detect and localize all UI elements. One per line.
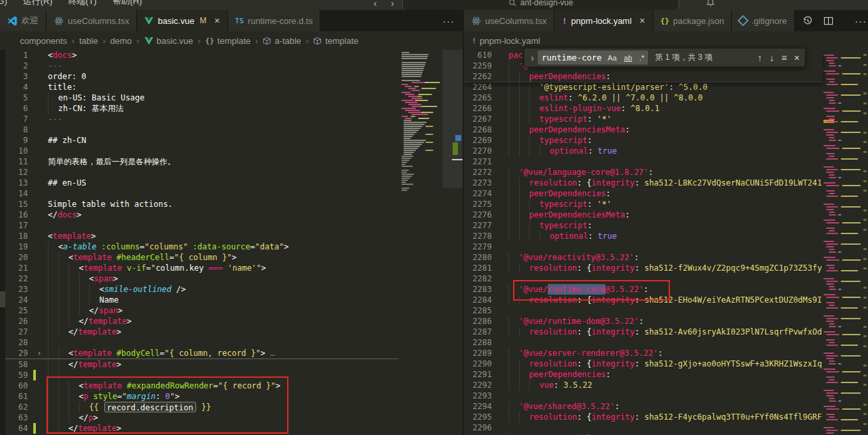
code-line[interactable]: 25</span> bbox=[0, 305, 399, 316]
editor-basic-vue[interactable]: 1<docs>2---3order: 04title:5en-US: Basic… bbox=[0, 50, 463, 435]
close-tab-icon[interactable]: × bbox=[639, 15, 645, 26]
code-line[interactable]: 26</template> bbox=[0, 316, 399, 327]
minimap[interactable] bbox=[822, 50, 863, 435]
code-line[interactable]: 2274peerDependencies: bbox=[464, 188, 823, 199]
code-line[interactable]: 7--- bbox=[0, 114, 399, 124]
overview-ruler[interactable] bbox=[863, 50, 868, 435]
nav-back-icon[interactable]: ‹ bbox=[374, 0, 377, 9]
code-line[interactable]: 23<smile-outlined /> bbox=[0, 284, 399, 295]
code-line[interactable]: 2273resolution: {integrity: sha512-L8Kc2… bbox=[464, 178, 823, 188]
code-line[interactable]: 2294'@vue/shared@3.5.22': bbox=[464, 401, 823, 412]
scrollbar-slider[interactable] bbox=[443, 50, 463, 188]
find-close-icon[interactable]: × bbox=[794, 53, 800, 63]
code-line[interactable]: 2278optional: true bbox=[464, 231, 823, 241]
code-line[interactable]: 2264'@typescript-eslint/parser': ^5.0.0 bbox=[464, 82, 823, 92]
code-line[interactable]: 19<a-table :columns="columns" :data-sour… bbox=[0, 241, 399, 252]
code-line[interactable]: 2296 bbox=[464, 422, 823, 433]
code-line[interactable]: 24Name bbox=[0, 295, 399, 305]
code-line[interactable]: 2286'@vue/runtime-dom@3.5.22': bbox=[464, 316, 823, 327]
code-line[interactable]: 1<docs> bbox=[0, 50, 399, 61]
code-line[interactable]: 14 bbox=[0, 188, 399, 199]
code-line[interactable]: 2269typescript: bbox=[464, 135, 823, 146]
code-line[interactable]: 2289'@vue/server-renderer@3.5.22': bbox=[464, 348, 823, 359]
whole-word-toggle-icon[interactable]: ab bbox=[623, 53, 633, 63]
menu-item[interactable]: 终端(T) bbox=[68, 0, 97, 7]
code-line[interactable]: 2288 bbox=[464, 337, 823, 348]
code-line[interactable]: 2287resolution: {integrity: sha512-Av60j… bbox=[464, 327, 823, 337]
breadcrumb-item-template[interactable]: {}template bbox=[205, 36, 251, 46]
find-expand-chevron-icon[interactable]: › bbox=[527, 53, 538, 63]
code-line[interactable]: 8 bbox=[0, 124, 399, 135]
scrollbar[interactable] bbox=[443, 50, 463, 435]
code-line[interactable]: 22<span> bbox=[0, 273, 399, 284]
code-line[interactable]: 2292vue: 3.5.22 bbox=[464, 380, 823, 390]
command-center-search[interactable]: ant-design-vue bbox=[402, 0, 679, 10]
code-line[interactable]: 2265eslint: ^6.2.0 || ^7.0.0 || ^8.0.0 bbox=[464, 92, 823, 103]
more-actions-icon[interactable]: ··· bbox=[855, 15, 867, 27]
nav-forward-icon[interactable]: › bbox=[391, 0, 394, 9]
breadcrumb-item-template[interactable]: template bbox=[313, 36, 358, 46]
code-line[interactable]: 12 bbox=[0, 167, 399, 178]
split-editor-icon[interactable] bbox=[823, 16, 833, 26]
code-line[interactable]: 18<template> bbox=[0, 231, 399, 241]
match-case-toggle-icon[interactable]: Aa bbox=[606, 53, 617, 63]
breadcrumb-item-pnpm-lock[interactable]: ! pnpm-lock.yaml bbox=[472, 36, 540, 46]
code-line[interactable]: 27</template> bbox=[0, 327, 399, 337]
tab-runtime-core.d.ts[interactable]: TSruntime-core.d.ts bbox=[228, 10, 321, 31]
code-line[interactable]: 17 bbox=[0, 220, 399, 231]
code-line[interactable]: 20<template #headerCell="{ column }"> bbox=[0, 252, 399, 263]
code-line[interactable]: 2285 bbox=[464, 305, 823, 316]
code-line[interactable]: 2279 bbox=[464, 241, 823, 252]
tab-useColumns.tsx[interactable]: useColumns.tsx bbox=[47, 10, 137, 31]
code-line[interactable]: 21<template v-if="column.key === 'name'"… bbox=[0, 263, 399, 273]
tab-pnpm-lock.yaml[interactable]: !pnpm-lock.yaml× bbox=[554, 10, 653, 31]
code-line[interactable]: 2275typescript: '*' bbox=[464, 199, 823, 210]
menu-item[interactable]: 运行(R) bbox=[23, 0, 53, 7]
find-in-selection-icon[interactable]: ≡ bbox=[782, 53, 787, 63]
menu-item[interactable]: 转到(G) bbox=[0, 0, 7, 7]
code-line[interactable]: 2295resolution: {integrity: sha512-F4yc6… bbox=[464, 412, 823, 422]
breadcrumb-item-table[interactable]: table bbox=[79, 36, 98, 46]
more-actions-icon[interactable]: ··· bbox=[443, 15, 455, 27]
code-line[interactable]: 58</template> bbox=[0, 359, 399, 370]
tab--[interactable]: 欢迎 bbox=[0, 10, 47, 31]
code-line[interactable]: 2266eslint-plugin-vue: ^8.0.1 bbox=[464, 103, 823, 114]
menu-item[interactable]: 帮助(H) bbox=[112, 0, 142, 7]
tab-.gitignore[interactable]: .gitignore bbox=[732, 10, 794, 31]
code-line[interactable]: 2262peerDependencies: bbox=[464, 71, 823, 82]
code-line[interactable]: 4title: bbox=[0, 82, 399, 92]
code-line[interactable]: 9## zh-CN bbox=[0, 135, 399, 146]
code-line[interactable]: 16</docs> bbox=[0, 210, 399, 220]
code-line[interactable]: 10 bbox=[0, 146, 399, 156]
tab-useColumns.tsx[interactable]: useColumns.tsx bbox=[464, 10, 554, 31]
code-line[interactable]: 2290resolution: {integrity: sha512-gXjo+… bbox=[464, 359, 823, 369]
code-line[interactable]: 2291peerDependencies: bbox=[464, 369, 823, 380]
code-line[interactable]: 2293 bbox=[464, 390, 823, 401]
editor-pnpm-lock[interactable]: 2264'@typescript-eslint/parser': ^5.0.02… bbox=[464, 50, 868, 435]
code-line[interactable]: 2281resolution: {integrity: sha512-f2Wux… bbox=[464, 263, 823, 273]
code-area[interactable]: 2264'@typescript-eslint/parser': ^5.0.02… bbox=[464, 82, 823, 435]
code-line[interactable]: 2271 bbox=[464, 156, 823, 167]
code-line[interactable]: 2276peerDependenciesMeta: bbox=[464, 210, 823, 220]
code-line[interactable]: 2268peerDependenciesMeta: bbox=[464, 124, 823, 135]
code-line[interactable]: 2272'@vue/language-core@1.8.27': bbox=[464, 167, 823, 178]
code-line[interactable]: 2--- bbox=[0, 61, 399, 71]
code-line[interactable]: 11简单的表格，最后一列是各种操作。 bbox=[0, 156, 399, 167]
fold-chevron-icon[interactable]: › bbox=[32, 348, 47, 359]
tab-package.json[interactable]: {}package.json bbox=[653, 10, 732, 31]
code-line[interactable]: 15Simple table with actions. bbox=[0, 199, 399, 210]
find-next-icon[interactable]: ↓ bbox=[770, 53, 774, 63]
notifications-bell-icon[interactable] bbox=[706, 0, 715, 10]
code-line[interactable]: 28 bbox=[0, 337, 399, 348]
code-line[interactable]: 2277typescript: bbox=[464, 220, 823, 231]
breadcrumb-item-components[interactable]: components bbox=[20, 36, 67, 46]
close-tab-icon[interactable]: × bbox=[214, 15, 219, 26]
code-line[interactable]: 2280'@vue/reactivity@3.5.22': bbox=[464, 252, 823, 263]
code-line[interactable]: 13## en-US bbox=[0, 178, 399, 188]
code-line[interactable]: 6zh-CN: 基本用法 bbox=[0, 103, 399, 114]
code-line[interactable]: 3order: 0 bbox=[0, 71, 399, 82]
code-line[interactable]: 2270optional: true bbox=[464, 146, 823, 156]
find-input[interactable]: runtime-core Aa ab .* bbox=[538, 51, 648, 65]
regex-toggle-icon[interactable]: .* bbox=[638, 53, 645, 63]
code-line[interactable]: 2267typescript: '*' bbox=[464, 114, 823, 124]
